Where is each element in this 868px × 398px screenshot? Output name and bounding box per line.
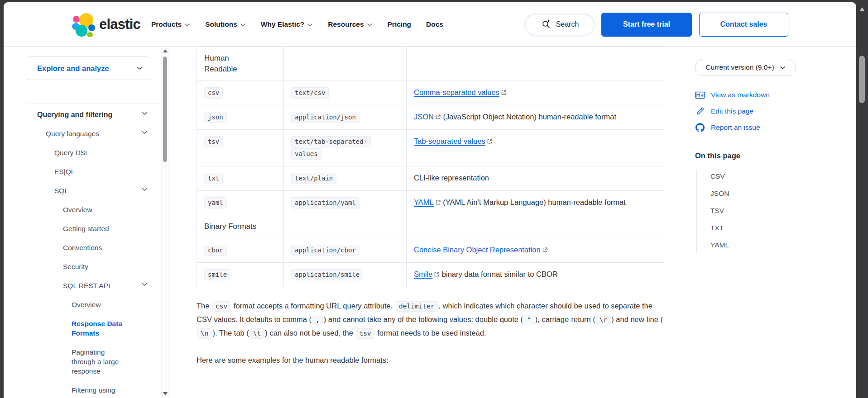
inline-code: delimiter [396,301,438,312]
navbar-actions: Search Start free trial Contact sales [525,2,788,47]
description-link[interactable]: Concise Binary Object Representation [414,246,541,254]
external-link-icon [487,138,493,144]
format-cell: txt [197,166,284,191]
scroll-up-arrow-icon[interactable] [163,49,168,52]
sidebar-item-overview[interactable]: Overview [27,300,158,309]
table-row: yamlapplication/yamlYAML (YAML Ain’t Mar… [197,191,664,215]
top-navbar: elastic ProductsSolutionsWhy Elastic?Res… [4,2,856,47]
page-actions: View as markdownEdit this pageReport an … [695,91,770,140]
mime-code: text/plain [291,173,336,184]
nav-item-label: Docs [426,20,443,28]
chevron-down-icon [367,23,373,27]
sidebar-item-query-dsl[interactable]: Query DSL [27,148,158,157]
search-button[interactable]: Search [525,14,594,35]
inline-code: tsv [356,328,374,339]
on-this-page-title: On this page [695,152,740,160]
nav-item-label: Solutions [205,20,237,28]
mime-cell: text/csv [284,81,407,105]
nav-item-resources[interactable]: Resources [328,20,372,28]
on-this-page-list: CSVJSONTSVTXTYAML [696,170,729,252]
sidebar-item-label: Security [63,262,129,271]
section-selector-label: Explore and analyze [37,64,109,73]
contact-sales-button[interactable]: Contact sales [699,13,788,37]
sidebar-scrollbar[interactable] [161,47,168,398]
sidebar-item-es-ql[interactable]: ES|QL [27,167,158,176]
mime-cell: application/yaml [284,191,407,215]
chevron-down-icon [142,131,148,134]
nav-item-products[interactable]: Products [151,20,190,28]
mime-cell: text/tab-separated-values [284,130,407,166]
sidebar-item-getting-started[interactable]: Getting started [27,224,158,233]
nav-item-label: Products [151,20,182,28]
mime-code: application/cbor [291,245,360,256]
format-cell: cbor [197,238,284,263]
version-selector-dropdown[interactable]: Current version (9.0+) [695,59,796,76]
sidebar-item-filtering-using[interactable]: Filtering using [27,385,158,395]
table-row: txttext/plainCLI-like representation [197,166,664,191]
format-cell: tsv [197,130,284,166]
inline-code: csv [212,301,230,312]
nav-item-docs[interactable]: Docs [426,20,443,28]
action-report-an-issue[interactable]: Report an issue [695,123,770,132]
toc-item-json[interactable]: JSON [710,190,729,198]
section-label: Human Readable [204,53,259,75]
description-link[interactable]: JSON [414,113,434,121]
sidebar-item-sql-rest-api[interactable]: SQL REST API [27,281,158,290]
mime-cell: application/cbor [284,238,407,263]
chevron-down-icon [780,66,786,70]
sidebar-item-paginating-through-a-large-response[interactable]: Paginating through a large response [27,347,158,376]
sidebar-item-security[interactable]: Security [27,262,158,271]
action-view-as-markdown[interactable]: View as markdown [695,91,770,99]
scroll-down-arrow-icon[interactable] [163,392,168,395]
sidebar-item-label: Query DSL [54,148,129,157]
sidebar-item-label: SQL [54,186,129,195]
main-content: Human Readablecsvtext/csvComma-separated… [197,47,667,374]
sidebar-item-sql[interactable]: SQL [27,186,158,195]
search-label: Search [556,20,579,28]
description-link[interactable]: Comma-separated values [414,88,499,96]
toc-item-tsv[interactable]: TSV [710,207,729,215]
table-row: cborapplication/cborConcise Binary Objec… [197,238,664,263]
sidebar-item-conventions[interactable]: Conventions [27,243,158,252]
sidebar-item-response-data-formats[interactable]: Response Data Formats [27,319,158,338]
csv-delimiter-paragraph: The csv format accepts a formatting URL … [197,299,666,340]
chevron-down-icon [184,23,190,27]
sidebar-item-querying-and-filtering[interactable]: Querying and filtering [27,110,158,119]
nav-item-label: Pricing [388,20,412,28]
format-code: yaml [204,197,227,208]
toc-item-csv[interactable]: CSV [710,172,729,180]
description-link[interactable]: YAML [414,198,434,206]
table-row: smileapplication/smileSmile binary data … [197,263,664,287]
description-text: CLI-like representation [414,174,489,182]
format-code: csv [204,87,223,99]
sidebar-scrollbar-thumb[interactable] [163,57,167,162]
description-link[interactable]: Tab-separated values [414,137,485,145]
nav-item-why-elastic-[interactable]: Why Elastic? [261,20,313,28]
examples-intro-paragraph: Here are some examples for the human rea… [197,353,666,367]
version-selector-label: Current version (9.0+) [705,63,774,71]
action-label: Edit this page [711,107,753,115]
elastic-logo[interactable]: elastic [72,13,140,37]
section-selector-dropdown[interactable]: Explore and analyze [27,57,151,80]
format-cell: smile [197,263,284,287]
sidebar-item-label: Querying and filtering [37,110,129,119]
window-scrollbar[interactable] [856,0,868,398]
elastic-wordmark: elastic [99,17,140,33]
sidebar-item-label: Response Data Formats [72,319,129,338]
sidebar-item-overview[interactable]: Overview [27,205,158,214]
sidebar-item-query-languages[interactable]: Query languages [27,129,158,138]
start-free-trial-button[interactable]: Start free trial [601,13,692,37]
inline-code: \t [250,328,264,339]
description-cell: Concise Binary Object Representation [407,238,664,263]
sidebar-item-label: ES|QL [54,167,129,176]
window-scrollbar-thumb[interactable] [859,56,865,103]
toc-item-yaml[interactable]: YAML [710,241,729,249]
chevron-down-icon [307,23,313,27]
description-link[interactable]: Smile [414,270,432,278]
nav-item-pricing[interactable]: Pricing [388,20,412,28]
scroll-up-arrow-icon[interactable] [859,7,865,11]
action-edit-this-page[interactable]: Edit this page [695,107,770,115]
chevron-down-icon [137,66,143,70]
toc-item-txt[interactable]: TXT [710,224,729,232]
nav-item-solutions[interactable]: Solutions [205,20,246,28]
